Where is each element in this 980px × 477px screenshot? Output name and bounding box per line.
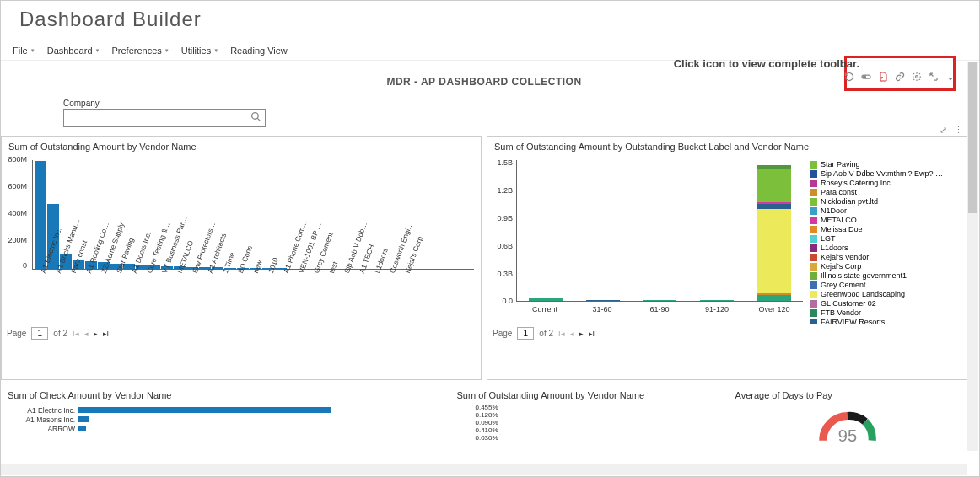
expand-icon[interactable]: ⤢: [940, 125, 947, 136]
company-input[interactable]: [67, 113, 250, 123]
menu-reading-view[interactable]: Reading View: [225, 44, 293, 56]
legend-label: Para const: [821, 188, 857, 196]
chart-stacked-bucket: 1.5B 1.2B 0.9B 0.6B 0.3B 0.0: [487, 155, 967, 324]
legend-item[interactable]: Grey Cement: [810, 281, 963, 289]
y-tick: 600M: [2, 182, 27, 190]
y-tick: 400M: [2, 209, 27, 217]
legend-item[interactable]: N1Door: [810, 206, 963, 215]
link-icon[interactable]: [895, 70, 905, 85]
legend-item[interactable]: Rosey's Catering Inc.: [810, 179, 963, 187]
swatch-icon: [810, 217, 817, 224]
legend-item[interactable]: FAIRVIEW Resorts: [810, 318, 963, 324]
scrollbar-thumb[interactable]: [968, 62, 977, 213]
swatch-icon: [810, 309, 817, 317]
swatch-icon: [810, 180, 817, 187]
chevron-down-icon: ▼: [95, 48, 100, 53]
x-tick: A1 Roofing Co…: [79, 271, 92, 330]
y-tick: 0.3B: [491, 270, 513, 278]
settings-icon[interactable]: [912, 70, 922, 85]
menu-dashboard[interactable]: Dashboard▼: [42, 44, 105, 56]
legend-item[interactable]: Sip Aob V Ddbe Vvtmthmi? Ewp? …: [810, 169, 963, 178]
legend-item[interactable]: FTB Vendor: [810, 308, 963, 317]
hbar-row: A1 Electric Inc.: [9, 405, 437, 415]
collapse-icon[interactable]: [929, 70, 939, 85]
legend-label: METALCO: [821, 216, 857, 224]
page-last-icon[interactable]: ▸I: [589, 330, 595, 338]
y-tick: 1.2B: [491, 186, 513, 195]
hbar-bar: [78, 426, 86, 431]
page-label: Page: [7, 329, 26, 338]
legend-label: Nicklodian pvt.ltd: [821, 197, 878, 206]
legend-item[interactable]: Greenwood Landscaping: [810, 290, 963, 298]
legend-item[interactable]: Nicklodian pvt.ltd: [810, 197, 963, 206]
pdf-icon[interactable]: P: [878, 70, 888, 85]
page-first-icon[interactable]: I◂: [73, 330, 79, 338]
swatch-icon: [810, 244, 817, 252]
x-tick: VEN-1001 BP …: [292, 271, 304, 330]
swatch-icon: [810, 198, 817, 206]
legend-item[interactable]: Star Paving: [810, 160, 963, 169]
legend-label: Melissa Doe: [821, 225, 863, 233]
x-tick: A1 Architects: [201, 271, 213, 330]
x-tick: Sip Aob V Ddb…: [337, 271, 350, 330]
y-tick: 0.9B: [491, 214, 513, 222]
refresh-icon[interactable]: [844, 70, 854, 85]
legend-label: Grey Cement: [821, 281, 866, 289]
page-first-icon[interactable]: I◂: [558, 330, 565, 338]
legend-item[interactable]: Kejal's Vendor: [810, 253, 963, 261]
x-tick: ZZ-Acme Supply: [94, 271, 107, 330]
legend-item[interactable]: METALCO: [810, 216, 963, 224]
legend-label: Rosey's Catering Inc.: [821, 179, 892, 187]
scrollbar-horizontal[interactable]: [1, 464, 967, 475]
expand-toolbar-icon[interactable]: [945, 70, 956, 85]
page-prev-icon[interactable]: ◂: [84, 330, 89, 338]
toolbar-expand-frame: P: [844, 56, 956, 91]
x-tick: Over 120: [746, 305, 803, 314]
legend-item[interactable]: Melissa Doe: [810, 225, 963, 233]
page-next-icon[interactable]: ▸: [94, 330, 98, 338]
legend-label: Sip Aob V Ddbe Vvtmthmi? Ewp? …: [821, 169, 943, 178]
toggle-icon[interactable]: [861, 70, 871, 85]
x-tick: VT Business Par…: [155, 271, 168, 330]
page-last-icon[interactable]: ▸I: [103, 330, 110, 338]
page-next-icon[interactable]: ▸: [579, 330, 584, 338]
swatch-icon: [810, 291, 817, 298]
x-tick: Current: [516, 305, 573, 314]
legend-item[interactable]: GL Customer 02: [810, 299, 963, 308]
x-tick: METALCO: [170, 271, 183, 330]
x-tick: 1 Time: [216, 271, 229, 330]
page-prev-icon[interactable]: ◂: [570, 330, 574, 338]
panel-outstanding-by-vendor: Sum of Outstanding Amount by Vendor Name…: [1, 136, 482, 380]
legend-item[interactable]: Para const: [810, 188, 963, 196]
company-input-wrap[interactable]: [63, 109, 266, 127]
svg-point-3: [916, 76, 918, 78]
legend-item[interactable]: L1doors: [810, 244, 963, 252]
legend-item[interactable]: Kejal's Corp: [810, 262, 963, 271]
menu-preferences[interactable]: Preferences▼: [106, 44, 174, 56]
swatch-icon: [810, 207, 817, 215]
scrollbar-vertical[interactable]: [967, 62, 978, 451]
kebab-icon[interactable]: ⋮: [954, 125, 963, 136]
page-input[interactable]: [517, 327, 534, 340]
y-tick: 200M: [2, 236, 27, 244]
x-tick: Env Protectors …: [186, 271, 198, 330]
panel-title: Sum of Check Amount by Vendor Name: [1, 385, 445, 404]
x-tick: 1010: [261, 271, 274, 330]
y-tick: 0.410%: [476, 426, 724, 434]
legend-label: FTB Vendor: [821, 308, 861, 317]
menu-file[interactable]: File▼: [8, 44, 40, 56]
legend-item[interactable]: LGT: [810, 234, 963, 243]
menu-utilities[interactable]: Utilities▼: [176, 44, 223, 56]
app-title: Dashboard Builder: [19, 8, 202, 30]
chart-bar-vendor: 800M 600M 400M 200M 0 A1 Electric Inc.A1…: [2, 155, 481, 324]
swatch-icon: [810, 281, 817, 289]
x-tick: Kejal's Corp: [398, 271, 411, 330]
x-tick: 31-60: [573, 305, 631, 314]
hbar-label: ARROW: [9, 425, 75, 433]
page-label: Page: [493, 329, 512, 338]
x-labels: A1 Electric Inc.A1 Bricks Manu…Para cons…: [30, 271, 474, 330]
search-icon[interactable]: [250, 110, 261, 126]
panel-title: Sum of Outstanding Amount by Vendor Name: [450, 385, 724, 404]
hbar-bar: [78, 416, 89, 422]
legend-item[interactable]: Illinois state government1: [810, 271, 963, 280]
